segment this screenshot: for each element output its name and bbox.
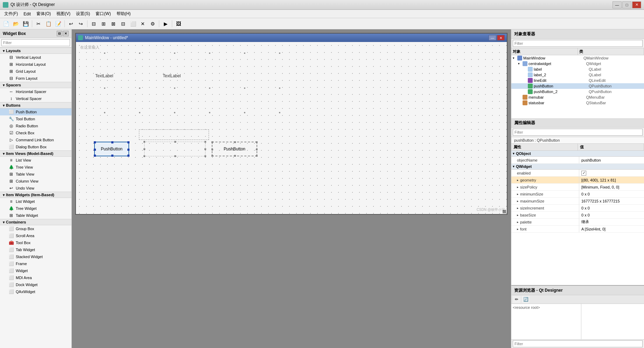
widget-box-close-btn[interactable]: ✕	[63, 31, 69, 36]
tb-break[interactable]: ✕	[138, 20, 147, 28]
menu-form[interactable]: 窗体(O)	[34, 10, 54, 17]
canvas-pushbutton-2[interactable]: PushButton	[212, 142, 257, 156]
canvas-area[interactable]: 在这里输入 TextLabel TextLabel	[76, 42, 507, 214]
minimize-button[interactable]: —	[612, 1, 622, 8]
widget-check-box[interactable]: ☑ Check Box	[0, 129, 71, 136]
category-layouts[interactable]: Layouts	[0, 48, 71, 54]
tb-redo[interactable]: ↪	[76, 20, 85, 28]
tb-preview[interactable]: ▶	[161, 20, 170, 28]
prop-value-geometry[interactable]: [(80, 400), 121 x 81]	[579, 177, 644, 183]
category-item-widgets[interactable]: Item Widgets (Item-Based)	[0, 192, 71, 198]
tb-layout-v[interactable]: ⊞	[99, 20, 108, 28]
widget-widget[interactable]: ⬜ Widget	[0, 267, 71, 274]
designer-close-btn[interactable]: ✕	[497, 35, 505, 41]
handle-tr[interactable]	[127, 141, 130, 143]
tree-row-pushbutton[interactable]: pushButton QPushButton	[511, 83, 644, 89]
ghost-handle-tc[interactable]	[174, 141, 176, 143]
pb2-handle-mr[interactable]	[256, 149, 258, 150]
widget-tree-widget[interactable]: 🌲 Tree Widget	[0, 205, 71, 212]
widget-stacked-widget[interactable]: ⬜ Stacked Widget	[0, 253, 71, 260]
canvas-lineedit[interactable]	[139, 129, 209, 140]
prop-value-maximumsize[interactable]: 16777215 x 16777215	[579, 198, 644, 204]
tb-undo[interactable]: ↩	[66, 20, 76, 28]
tb-copy[interactable]: 📋	[44, 20, 53, 28]
widget-frame[interactable]: ⬜ Frame	[0, 260, 71, 267]
designer-minimize-btn[interactable]: —	[489, 35, 496, 41]
resource-refresh-btn[interactable]: 🔄	[522, 296, 530, 303]
widget-scroll-area[interactable]: ⬜ Scroll Area	[0, 232, 71, 239]
pb2-handle-br[interactable]	[256, 155, 258, 157]
enabled-checkbox[interactable]: ✓	[581, 171, 586, 176]
widget-dock-widget[interactable]: ⬜ Dock Widget	[0, 281, 71, 288]
tb-layout-g[interactable]: ⊠	[109, 20, 118, 28]
ghost-handle-tr[interactable]	[204, 141, 206, 143]
widget-box-float-btn[interactable]: ⊟	[57, 31, 62, 36]
tree-row-statusbar[interactable]: statusbar QStatusBar	[511, 100, 644, 106]
tb-paste[interactable]: 📝	[54, 20, 63, 28]
widget-tool-box[interactable]: 🧰 Tool Box	[0, 239, 71, 246]
tb-layout-b[interactable]: ⬜	[128, 20, 138, 28]
canvas-pushbutton-1[interactable]: PushButton	[94, 142, 129, 156]
pb2-handle-tr[interactable]	[256, 141, 258, 143]
menu-view[interactable]: 视图(V)	[54, 10, 73, 17]
widget-tab-widget[interactable]: ⬜ Tab Widget	[0, 246, 71, 253]
widget-horizontal-layout[interactable]: ⊞ Horizontal Layout	[0, 61, 71, 68]
menu-file[interactable]: 文件(F)	[1, 10, 21, 17]
ghost-handle-bc[interactable]	[174, 155, 176, 157]
ghost-handle-br[interactable]	[204, 155, 206, 157]
widget-grid-layout[interactable]: ⊞ Grid Layout	[0, 68, 71, 75]
category-containers[interactable]: Containers	[0, 219, 71, 225]
menu-help[interactable]: 帮助(H)	[114, 10, 134, 17]
canvas-selection-ghost[interactable]	[144, 142, 205, 156]
widget-table-widget[interactable]: ⊞ Table Widget	[0, 212, 71, 219]
prop-value-enabled[interactable]: ✓	[579, 170, 644, 176]
handle-mr[interactable]	[127, 149, 130, 151]
canvas-text-label-2[interactable]: TextLabel	[163, 73, 181, 78]
prop-value-font[interactable]: A [SizeHint, 0]	[579, 226, 644, 232]
widget-form-layout[interactable]: ⊟ Form Layout	[0, 75, 71, 82]
handle-bc[interactable]	[111, 155, 113, 157]
widget-tree-view[interactable]: 🌲 Tree View	[0, 164, 71, 171]
category-item-views[interactable]: Item Views (Model-Based)	[0, 150, 71, 157]
widget-undo-view[interactable]: ↩ Undo View	[0, 185, 71, 192]
prop-value-sizeincrement[interactable]: 0 x 0	[579, 205, 644, 211]
handle-bl[interactable]	[94, 155, 96, 157]
widget-dialog-button-box[interactable]: ⬜ Dialog Button Box	[0, 143, 71, 150]
menu-settings[interactable]: 设置(S)	[73, 10, 93, 17]
tree-row-label2[interactable]: label_2 QLabel	[511, 72, 644, 78]
ghost-handle-ml[interactable]	[144, 148, 145, 150]
maximize-button[interactable]: □	[622, 1, 631, 8]
prop-value-sizepolicy[interactable]: [Minimum, Fixed, 0, 0]	[579, 184, 644, 190]
menu-edit[interactable]: Edit	[21, 11, 34, 17]
tree-row-label[interactable]: label QLabel	[511, 66, 644, 72]
prop-value-basesize[interactable]: 0 x 0	[579, 212, 644, 218]
widget-column-view[interactable]: ⊞ Column View	[0, 178, 71, 185]
widget-mdi-area[interactable]: ⬜ MDI Area	[0, 274, 71, 281]
tree-row-mainwindow[interactable]: ▾ MainWindow QMainWindow	[511, 55, 644, 61]
prop-value-palette[interactable]: 继承	[579, 219, 644, 225]
tree-row-centralwidget[interactable]: ▾ centralwidget QWidget	[511, 61, 644, 66]
tree-row-lineedit[interactable]: lineEdit QLineEdit	[511, 78, 644, 83]
widget-list-widget[interactable]: ≡ List Widget	[0, 198, 71, 205]
widget-vertical-layout[interactable]: ⊟ Vertical Layout	[0, 54, 71, 61]
pb2-handle-tl[interactable]	[211, 141, 213, 143]
handle-br[interactable]	[127, 155, 130, 157]
ghost-handle-tl[interactable]	[144, 141, 145, 143]
tb-save[interactable]: 💾	[21, 20, 30, 28]
category-buttons[interactable]: Buttons	[0, 102, 71, 108]
widget-table-view[interactable]: ⊞ Table View	[0, 171, 71, 178]
tb-cut[interactable]: ✂	[34, 20, 43, 28]
pb2-handle-bc[interactable]	[234, 155, 236, 157]
handle-ml[interactable]	[94, 149, 96, 151]
widget-push-button[interactable]: ⬜ Push Button	[0, 108, 71, 115]
handle-tc[interactable]	[111, 141, 113, 143]
prop-value-objectname[interactable]: pushButton	[579, 157, 644, 163]
widget-command-link[interactable]: ▷ Command Link Button	[0, 136, 71, 143]
tb-layout-f[interactable]: ⊟	[119, 20, 128, 28]
object-filter-input[interactable]	[513, 40, 643, 47]
handle-tl[interactable]	[94, 141, 96, 143]
resource-filter-input[interactable]	[513, 340, 643, 347]
widget-qaxwidget[interactable]: ⬜ QAxWidget	[0, 288, 71, 295]
ghost-handle-bl[interactable]	[144, 155, 145, 157]
property-filter-input[interactable]	[513, 129, 643, 136]
